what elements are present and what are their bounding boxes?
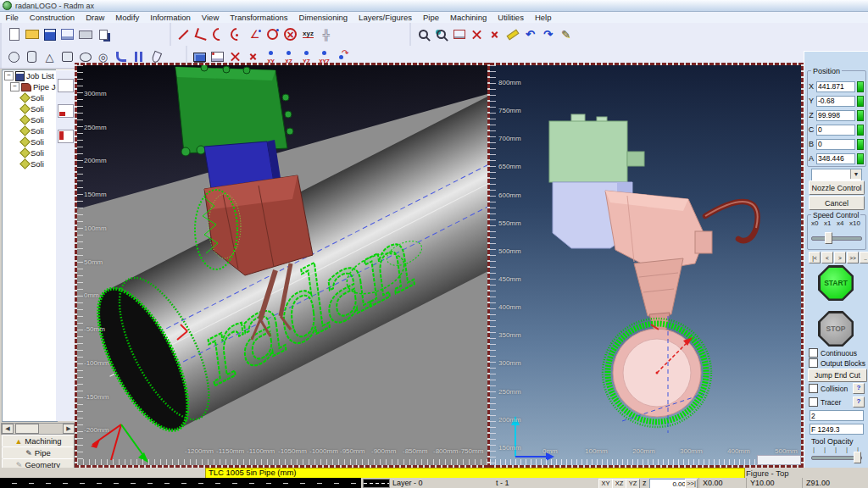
collapse-icon[interactable]: −: [4, 71, 14, 80]
collapse-icon[interactable]: −: [10, 82, 19, 92]
open-file-button[interactable]: [23, 26, 41, 43]
chevron-down-icon[interactable]: ▼: [850, 169, 861, 179]
coordinate-entry-button[interactable]: xyz: [299, 26, 317, 43]
tree-item-solid[interactable]: Soli: [3, 136, 57, 147]
scroll-left-icon[interactable]: ◀: [2, 424, 14, 434]
grid-snap-button[interactable]: ╬: [317, 26, 335, 43]
zoom-shrink-button[interactable]: [486, 26, 504, 43]
position-preset-dropdown[interactable]: ▼: [811, 169, 862, 181]
position-x-field[interactable]: [816, 81, 855, 92]
plane-xy-button[interactable]: XY: [598, 479, 613, 488]
new-file-button[interactable]: [5, 26, 23, 43]
step-fast-button[interactable]: >>: [847, 252, 859, 263]
viewport-config-button-2[interactable]: [58, 104, 74, 118]
solid-cone-button[interactable]: △: [41, 48, 58, 65]
solid-box-button[interactable]: [58, 48, 76, 65]
redo-button[interactable]: ↷: [539, 26, 557, 43]
viewport-divider[interactable]: [487, 63, 490, 468]
menu-construction[interactable]: Construction: [24, 13, 80, 22]
speed-slider-handle[interactable]: [825, 232, 832, 244]
feed-rate-field[interactable]: [810, 424, 864, 435]
tree-item-solid[interactable]: Soli: [3, 147, 57, 158]
angle-construction-button[interactable]: ∠: [246, 26, 264, 43]
position-a-field[interactable]: [816, 153, 855, 164]
print-setup-button[interactable]: [58, 26, 76, 43]
position-b-field[interactable]: [816, 139, 855, 150]
annotate-button[interactable]: ✎: [557, 26, 575, 43]
solid-cylinder-button[interactable]: [23, 48, 41, 65]
tracer-option[interactable]: Tracer: [809, 397, 841, 407]
speed-slider-track[interactable]: [811, 236, 862, 241]
cancel-button[interactable]: Cancel: [809, 196, 865, 210]
tree-item-job-list[interactable]: − Job List: [3, 70, 57, 81]
tangent-lines-button[interactable]: [192, 26, 210, 43]
viewport-scrollbar-corner[interactable]: [757, 455, 801, 465]
step-more-button[interactable]: ..: [860, 252, 868, 263]
menu-modify[interactable]: Modify: [110, 13, 145, 22]
viewport-config-button-3[interactable]: [58, 130, 74, 143]
zoom-button[interactable]: [415, 26, 432, 43]
zoom-extents-button[interactable]: [468, 26, 486, 43]
plane-xz-button[interactable]: XZ: [612, 479, 626, 488]
menu-draw[interactable]: Draw: [81, 13, 110, 22]
zoom-all-button[interactable]: [432, 26, 450, 43]
draw-arc-button[interactable]: [210, 26, 228, 43]
viewport-config-button-1[interactable]: [58, 79, 74, 92]
line-style-swatch[interactable]: [363, 479, 390, 488]
scroll-right-icon[interactable]: ▶: [63, 424, 75, 434]
tab-pipe[interactable]: ✎ Pipe: [2, 446, 75, 459]
collision-option[interactable]: Collision: [809, 384, 848, 393]
menu-file[interactable]: File: [0, 13, 24, 22]
tree-item-solid[interactable]: Soli: [3, 125, 57, 136]
continuous-option[interactable]: Continuous: [809, 348, 857, 358]
start-button[interactable]: START: [818, 265, 854, 301]
checkbox-icon[interactable]: [809, 348, 818, 358]
checkbox-icon[interactable]: [809, 397, 818, 407]
nozzle-control-button[interactable]: Nozzle Control: [809, 180, 865, 195]
checkbox-icon[interactable]: [809, 358, 818, 368]
arc-centre-button[interactable]: [228, 26, 246, 43]
step-first-button[interactable]: |<: [809, 252, 821, 263]
step-back-button[interactable]: <: [821, 252, 833, 263]
menu-machining[interactable]: Machining: [444, 13, 492, 22]
highlight-button[interactable]: [504, 26, 521, 43]
menu-utilities[interactable]: Utilities: [492, 13, 530, 22]
tab-machining[interactable]: ▲ Machining: [2, 435, 75, 447]
tree-item-pipe-job[interactable]: − Pipe Jo: [3, 81, 57, 92]
menu-pipe[interactable]: Pipe: [417, 13, 444, 22]
collision-help-button[interactable]: ?: [853, 383, 865, 394]
menu-view[interactable]: View: [196, 13, 224, 22]
output-blocks-option[interactable]: Output Blocks: [809, 358, 865, 368]
zoom-window-button[interactable]: [450, 26, 468, 43]
print-button[interactable]: [76, 26, 94, 43]
tree-item-solid[interactable]: Soli: [3, 158, 57, 169]
tracer-help-button[interactable]: ?: [853, 396, 865, 408]
tree-item-solid[interactable]: Soli: [3, 103, 57, 114]
menu-help[interactable]: Help: [529, 13, 557, 22]
draw-line-button[interactable]: [175, 26, 192, 43]
menu-layers-figures[interactable]: Layers/Figures: [353, 13, 418, 22]
solid-sphere-button[interactable]: [5, 48, 23, 65]
opacity-slider-handle[interactable]: [854, 452, 861, 463]
stop-button[interactable]: STOP: [818, 311, 854, 347]
jump-end-cut-button[interactable]: Jump End Cut: [808, 369, 867, 382]
left-viewport-3d[interactable]: radan: [77, 65, 487, 465]
position-c-field[interactable]: [816, 125, 855, 136]
menu-information[interactable]: Information: [145, 13, 197, 22]
pass-count-field[interactable]: [810, 410, 864, 421]
position-y-field[interactable]: [816, 96, 855, 107]
step-forward-button[interactable]: >: [834, 252, 846, 263]
undo-button[interactable]: ↶: [521, 26, 539, 43]
draw-circle-button[interactable]: [264, 26, 281, 43]
save-button[interactable]: [41, 26, 58, 43]
position-z-field[interactable]: [816, 110, 855, 121]
copy-button[interactable]: [94, 26, 112, 43]
checkbox-icon[interactable]: [809, 384, 818, 393]
z-step-button[interactable]: >>|: [685, 479, 698, 488]
tree-item-solid[interactable]: Soli: [3, 114, 57, 125]
menu-dimensioning[interactable]: Dimensioning: [293, 13, 353, 22]
tree-item-solid[interactable]: Soli: [3, 92, 57, 103]
scroll-thumb[interactable]: [15, 424, 39, 434]
z-value-field[interactable]: [649, 479, 688, 488]
tree-horizontal-scrollbar[interactable]: ◀ ▶: [1, 423, 75, 435]
